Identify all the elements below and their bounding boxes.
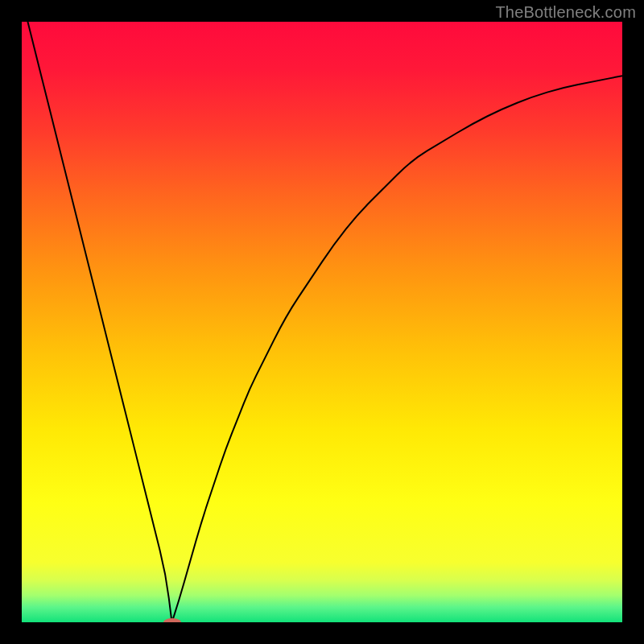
vertex-marker <box>160 617 184 622</box>
watermark-text: TheBottleneck.com <box>495 3 636 22</box>
svg-point-1 <box>163 618 181 622</box>
bottleneck-curve <box>22 22 622 622</box>
chart-frame: TheBottleneck.com <box>0 0 644 644</box>
plot-area <box>22 22 622 622</box>
